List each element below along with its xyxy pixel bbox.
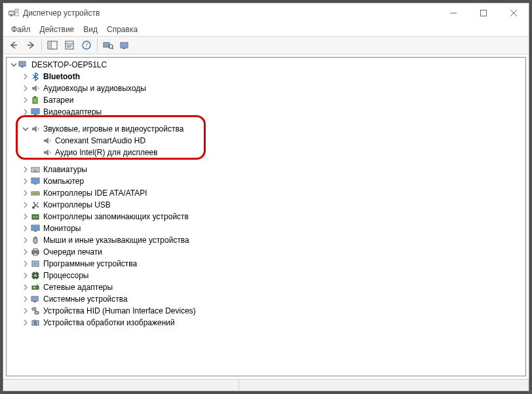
- device-tree[interactable]: DESKTOP-OEP51LC Bluetooth Аудиовходы и а…: [6, 57, 526, 376]
- batteries-label[interactable]: Батареи: [43, 96, 73, 105]
- tree-item-audio-io[interactable]: Аудиовходы и аудиовыходы: [9, 82, 525, 94]
- svg-rect-56: [32, 215, 39, 219]
- chevron-right-icon[interactable]: [21, 247, 30, 257]
- statusbar: [3, 379, 529, 391]
- tree-root[interactable]: DESKTOP-OEP51LC: [9, 59, 525, 71]
- svg-rect-35: [34, 96, 36, 98]
- tree-item-bluetooth[interactable]: Bluetooth: [9, 71, 525, 82]
- chevron-right-icon[interactable]: [21, 306, 30, 315]
- menu-action[interactable]: Действие: [40, 25, 75, 34]
- system-devices-label[interactable]: Системные устройства: [43, 295, 128, 304]
- conexant-label[interactable]: Conexant SmartAudio HD: [55, 136, 145, 145]
- tree-item-ide-atapi[interactable]: Контроллеры IDE ATA/ATAPI: [9, 187, 525, 199]
- mouse-icon: [30, 235, 41, 245]
- print-queues-label[interactable]: Очереди печати: [43, 247, 102, 257]
- keyboard-icon: [30, 164, 41, 175]
- chevron-right-icon[interactable]: [21, 283, 30, 292]
- sound-video-game-label[interactable]: Звуковые, игровые и видеоустройства: [43, 124, 183, 134]
- mice-label[interactable]: Мыши и иные указывающие устройства: [43, 236, 189, 245]
- tree-item-software-devices[interactable]: Программные устройства: [9, 258, 525, 270]
- toolbar-scan-hardware-button[interactable]: [100, 37, 116, 53]
- chevron-right-icon[interactable]: [21, 188, 30, 198]
- chevron-right-icon[interactable]: [21, 177, 30, 186]
- tree-item-batteries[interactable]: Батареи: [9, 94, 525, 106]
- chevron-right-icon[interactable]: [21, 318, 30, 327]
- usb-icon: [30, 200, 41, 210]
- toolbar: ?: [3, 36, 529, 54]
- storage-controllers-label[interactable]: Контроллеры запоминающих устройств: [43, 212, 189, 221]
- tree-item-computer[interactable]: Компьютер: [9, 175, 525, 187]
- chevron-down-icon[interactable]: [9, 60, 18, 69]
- chevron-right-icon[interactable]: [21, 259, 30, 268]
- toolbar-forward-button[interactable]: [23, 37, 39, 53]
- tree-item-usb[interactable]: Контроллеры USB: [9, 199, 525, 211]
- audio-io-label[interactable]: Аудиовходы и аудиовыходы: [43, 84, 146, 93]
- tree-item-hid[interactable]: Устройства HID (Human Interface Devices): [9, 305, 525, 317]
- bluetooth-label[interactable]: Bluetooth: [43, 72, 80, 81]
- tree-item-system-devices[interactable]: Системные устройства: [9, 293, 525, 305]
- chevron-right-icon[interactable]: [21, 96, 30, 105]
- menu-view[interactable]: Вид: [83, 25, 98, 34]
- chevron-right-icon[interactable]: [21, 84, 30, 93]
- tree-item-keyboards[interactable]: Клавиатуры: [9, 164, 525, 175]
- toolbar-separator: [41, 39, 42, 52]
- tree-item-conexant[interactable]: Conexant SmartAudio HD: [9, 135, 525, 147]
- toolbar-properties-button[interactable]: [62, 37, 77, 53]
- tree-item-processors[interactable]: Процессоры: [9, 270, 525, 281]
- hid-label[interactable]: Устройства HID (Human Interface Devices): [43, 306, 196, 315]
- svg-rect-29: [121, 43, 127, 47]
- keyboards-label[interactable]: Клавиатуры: [43, 165, 87, 174]
- toolbar-back-button[interactable]: [6, 37, 22, 53]
- chevron-right-icon[interactable]: [21, 200, 30, 209]
- svg-rect-47: [34, 183, 37, 185]
- svg-rect-64: [33, 249, 37, 251]
- usb-label[interactable]: Контроллеры USB: [43, 200, 111, 209]
- svg-rect-79: [33, 287, 35, 289]
- chevron-right-icon[interactable]: [21, 107, 30, 116]
- imaging-label[interactable]: Устройства обработки изображений: [43, 318, 175, 327]
- tree-item-intel-audio[interactable]: Аудио Intel(R) для дисплеев: [9, 147, 525, 158]
- chevron-right-icon[interactable]: [21, 72, 30, 81]
- tree-item-monitors[interactable]: Мониторы: [9, 223, 525, 234]
- tree-item-storage-controllers[interactable]: Контроллеры запоминающих устройств: [9, 211, 525, 223]
- chevron-down-icon[interactable]: [21, 124, 30, 134]
- computer-label[interactable]: Компьютер: [43, 177, 84, 186]
- svg-rect-41: [34, 169, 35, 170]
- tree-item-print-queues[interactable]: Очереди печати: [9, 246, 525, 258]
- ide-atapi-label[interactable]: Контроллеры IDE ATA/ATAPI: [43, 188, 147, 198]
- chevron-right-icon[interactable]: [21, 271, 30, 280]
- svg-rect-85: [35, 312, 39, 314]
- minimize-button[interactable]: [438, 3, 468, 23]
- processors-label[interactable]: Процессоры: [43, 271, 89, 280]
- tree-item-display-adapters[interactable]: Видеоадаптеры: [9, 106, 525, 118]
- menubar: Файл Действие Вид Справка: [3, 23, 529, 36]
- chevron-right-icon[interactable]: [21, 295, 30, 304]
- svg-rect-32: [20, 62, 25, 65]
- monitors-label[interactable]: Мониторы: [43, 224, 81, 233]
- close-button[interactable]: [499, 3, 529, 23]
- network-adapters-label[interactable]: Сетевые адаптеры: [43, 283, 113, 292]
- hid-icon: [30, 306, 41, 316]
- svg-rect-69: [34, 274, 37, 277]
- toolbar-show-hide-tree-button[interactable]: [45, 37, 60, 53]
- software-devices-label[interactable]: Программные устройства: [43, 259, 137, 268]
- maximize-button[interactable]: [468, 3, 499, 23]
- toolbar-help-button[interactable]: ?: [79, 37, 94, 53]
- tree-item-sound-video-game[interactable]: Звуковые, игровые и видеоустройства: [9, 123, 525, 135]
- chevron-right-icon[interactable]: [21, 236, 30, 245]
- tree-item-mice[interactable]: Мыши и иные указывающие устройства: [9, 234, 525, 246]
- chevron-right-icon[interactable]: [21, 165, 30, 174]
- display-adapters-label[interactable]: Видеоадаптеры: [43, 107, 102, 116]
- tree-item-imaging[interactable]: Устройства обработки изображений: [9, 317, 525, 329]
- svg-rect-18: [66, 41, 73, 49]
- menu-file[interactable]: Файл: [11, 25, 31, 34]
- chevron-right-icon[interactable]: [21, 224, 30, 233]
- root-label[interactable]: DESKTOP-OEP51LC: [31, 60, 107, 69]
- toolbar-add-legacy-button[interactable]: [117, 37, 133, 53]
- chevron-right-icon[interactable]: [21, 212, 30, 221]
- network-adapter-icon: [30, 282, 41, 293]
- titlebar[interactable]: Диспетчер устройств: [3, 3, 529, 23]
- menu-help[interactable]: Справка: [107, 25, 138, 34]
- tree-item-network-adapters[interactable]: Сетевые адаптеры: [9, 281, 525, 293]
- intel-audio-label[interactable]: Аудио Intel(R) для дисплеев: [55, 148, 158, 157]
